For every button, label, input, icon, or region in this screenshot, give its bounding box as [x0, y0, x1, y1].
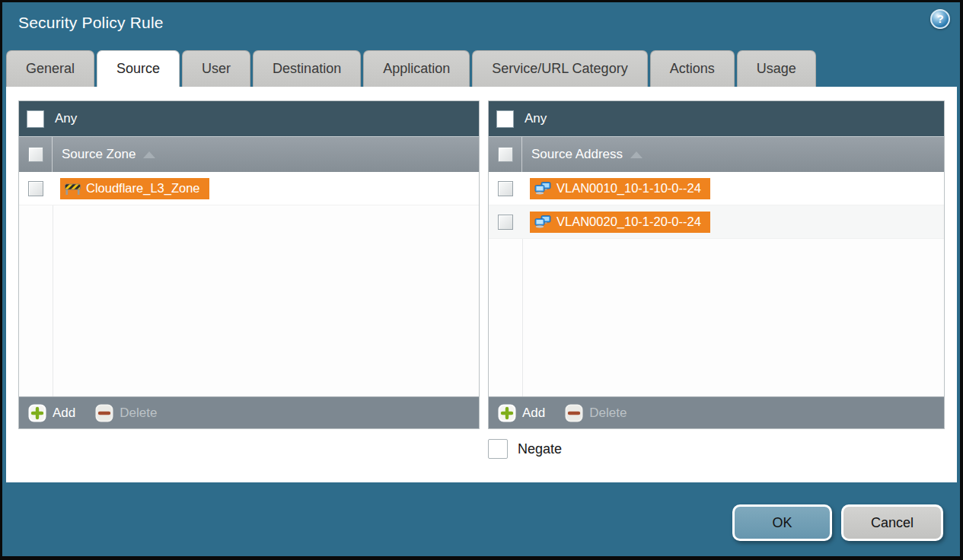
row-checkbox[interactable]: [28, 181, 43, 196]
sort-ascending-icon: [630, 151, 643, 158]
cancel-button[interactable]: Cancel: [841, 504, 943, 541]
tab-application[interactable]: Application: [363, 50, 470, 87]
sort-ascending-icon: [143, 151, 155, 158]
source-address-entry-label: VLAN0010_10-1-10-0--24: [556, 181, 701, 196]
delete-button[interactable]: Delete: [95, 404, 157, 422]
source-address-any-row: Any: [489, 101, 944, 136]
table-row: VLAN0020_10-1-20-0--24: [489, 205, 944, 239]
source-zone-toolbar: Add Delete: [19, 396, 479, 428]
delete-icon: [95, 404, 113, 422]
table-row: VLAN0010_10-1-10-0--24: [489, 172, 944, 205]
source-address-entry[interactable]: VLAN0010_10-1-10-0--24: [530, 178, 710, 199]
source-address-toolbar: Add Delete: [489, 396, 944, 428]
add-button-label: Add: [53, 406, 75, 421]
negate-row: Negate: [488, 439, 562, 459]
source-zone-any-checkbox[interactable]: [27, 110, 44, 128]
source-address-column-header[interactable]: Source Address: [489, 136, 944, 172]
delete-button[interactable]: Delete: [565, 404, 627, 422]
source-address-list: VLAN0010_10-1-10-0--24: [489, 172, 944, 396]
source-address-any-checkbox[interactable]: [496, 110, 514, 128]
ok-button[interactable]: OK: [732, 504, 832, 541]
delete-button-label: Delete: [120, 406, 157, 421]
source-address-entry[interactable]: VLAN0020_10-1-20-0--24: [530, 212, 710, 233]
row-checkbox[interactable]: [498, 215, 513, 230]
tab-destination[interactable]: Destination: [253, 50, 361, 87]
source-zone-any-label: Any: [55, 111, 77, 126]
network-icon: [534, 215, 551, 228]
source-address-select-all-checkbox[interactable]: [498, 147, 513, 162]
tab-user[interactable]: User: [182, 50, 250, 87]
add-icon: [498, 404, 516, 422]
source-tab-content: Any Source Zone: [6, 87, 957, 482]
network-icon: [534, 182, 551, 195]
source-zone-entry-label: Cloudflare_L3_Zone: [86, 181, 200, 196]
negate-label: Negate: [518, 441, 562, 457]
source-address-any-label: Any: [525, 111, 547, 126]
source-zone-select-all-checkbox[interactable]: [28, 147, 43, 162]
tab-service-url-category[interactable]: Service/URL Category: [472, 50, 647, 87]
source-zone-any-row: Any: [19, 101, 479, 136]
dialog-title: Security Policy Rule: [18, 14, 164, 32]
source-zone-entry[interactable]: Cloudflare_L3_Zone: [60, 178, 209, 199]
row-checkbox[interactable]: [498, 181, 513, 196]
tab-general[interactable]: General: [6, 50, 94, 87]
help-icon[interactable]: ?: [930, 9, 950, 29]
add-button-label: Add: [522, 406, 545, 421]
tab-bar: General Source User Destination Applicat…: [6, 50, 816, 87]
negate-checkbox[interactable]: [488, 439, 508, 459]
source-zone-table: Any Source Zone: [18, 100, 480, 429]
zone-icon: [65, 183, 81, 195]
add-button[interactable]: Add: [498, 404, 545, 422]
source-address-entry-label: VLAN0020_10-1-20-0--24: [556, 215, 701, 229]
source-zone-header-label: Source Zone: [62, 147, 136, 162]
source-zone-column-header[interactable]: Source Zone: [19, 136, 479, 172]
table-row: Cloudflare_L3_Zone: [19, 172, 479, 205]
delete-icon: [565, 404, 583, 422]
delete-button-label: Delete: [589, 406, 627, 421]
source-zone-list: Cloudflare_L3_Zone: [19, 172, 479, 396]
add-button[interactable]: Add: [28, 404, 75, 422]
add-icon: [28, 404, 46, 422]
source-address-table: Any Source Address: [488, 100, 945, 429]
tab-usage[interactable]: Usage: [737, 50, 816, 87]
security-policy-rule-dialog: Security Policy Rule ? General Source Us…: [2, 2, 960, 556]
tab-actions[interactable]: Actions: [650, 50, 735, 87]
source-address-header-label: Source Address: [531, 147, 623, 162]
titlebar: Security Policy Rule ?: [2, 2, 960, 50]
tab-source[interactable]: Source: [97, 50, 180, 87]
